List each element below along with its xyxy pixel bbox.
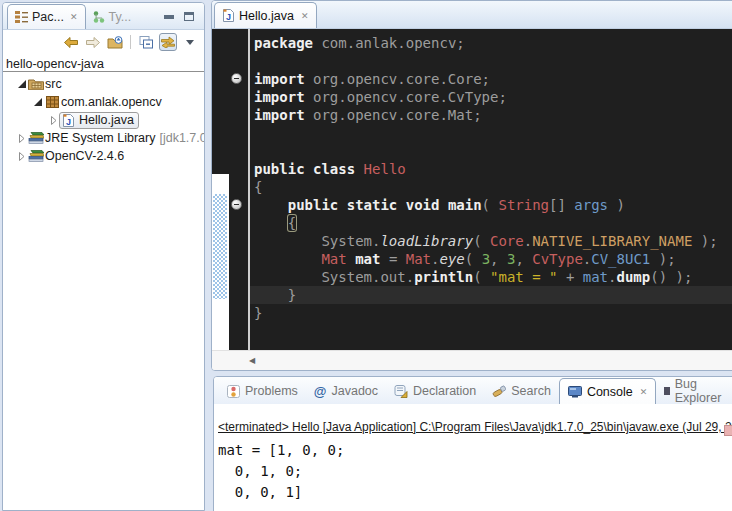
tab-label: Hello.java bbox=[239, 9, 294, 23]
toolbar-separator bbox=[130, 35, 131, 49]
package-explorer-icon bbox=[15, 11, 28, 23]
project-label: hello-opencv-java bbox=[6, 57, 104, 71]
terminate-icon[interactable] bbox=[724, 425, 732, 436]
console-view-panel: Problems @ Javadoc Declaration bbox=[213, 376, 732, 511]
fold-collapse-icon[interactable] bbox=[231, 199, 242, 210]
code-line[interactable]: System.out.println( "mat = " + mat.dump(… bbox=[254, 268, 732, 286]
tab-problems[interactable]: Problems bbox=[219, 378, 306, 404]
close-icon[interactable]: ✕ bbox=[70, 12, 78, 22]
expanded-arrow-icon[interactable] bbox=[17, 80, 27, 88]
package-explorer-panel: Pac... ✕ Ty... bbox=[2, 2, 205, 511]
expanded-arrow-icon[interactable] bbox=[33, 98, 43, 106]
console-line[interactable]: 0, 1, 0; bbox=[218, 461, 732, 482]
annotation-ruler bbox=[212, 29, 229, 350]
code-line[interactable] bbox=[254, 52, 732, 70]
code-line[interactable]: package com.anlak.opencv; bbox=[254, 34, 732, 52]
tree-item-label: Hello.java bbox=[79, 113, 134, 127]
type-hierarchy-icon bbox=[93, 11, 105, 23]
close-icon[interactable]: ✕ bbox=[301, 11, 309, 21]
declaration-icon bbox=[394, 385, 408, 398]
tab-javadoc[interactable]: @ Javadoc bbox=[306, 378, 386, 404]
minimize-icon[interactable] bbox=[164, 15, 174, 19]
tree-item-label: com.anlak.opencv bbox=[61, 95, 162, 109]
tree-item-label: JRE System Library bbox=[45, 131, 155, 145]
tab-label: Bug Explorer bbox=[675, 377, 724, 405]
horizontal-scrollbar[interactable]: ◀ bbox=[212, 350, 732, 370]
fold-column bbox=[229, 29, 248, 350]
tab-declaration[interactable]: Declaration bbox=[386, 378, 484, 404]
collapsed-arrow-icon[interactable] bbox=[17, 152, 27, 161]
tab-label: Ty... bbox=[109, 10, 132, 24]
tab-bug-explorer[interactable]: Bug Explorer bbox=[656, 378, 732, 404]
bottom-tabrow: Problems @ Javadoc Declaration bbox=[214, 377, 732, 404]
tree-item-src[interactable]: src bbox=[3, 75, 204, 93]
editor-content: package com.anlak.opencv;import org.open… bbox=[212, 29, 732, 350]
back-icon[interactable] bbox=[62, 33, 80, 51]
java-file-icon: J bbox=[223, 9, 234, 22]
package-folder-icon bbox=[27, 78, 45, 90]
code-line[interactable]: } bbox=[250, 286, 732, 304]
svg-text:J: J bbox=[226, 12, 231, 22]
code-line[interactable]: } bbox=[254, 304, 732, 322]
tab-package-explorer[interactable]: Pac... ✕ bbox=[7, 4, 86, 29]
close-icon[interactable]: ✕ bbox=[640, 387, 648, 397]
code-line[interactable]: Mat mat = Mat.eye( 3, 3, CvType.CV_8UC1 … bbox=[254, 250, 732, 268]
tab-type-hierarchy[interactable]: Ty... bbox=[86, 4, 139, 29]
code-line[interactable]: { bbox=[254, 178, 732, 196]
search-icon bbox=[492, 385, 506, 398]
collapsed-arrow-icon[interactable] bbox=[49, 116, 59, 125]
bug-icon bbox=[664, 387, 669, 395]
console-body: <terminated> Hello [Java Application] C:… bbox=[214, 404, 732, 503]
selected-item-highlight: J Hello.java bbox=[59, 112, 139, 129]
scroll-left-icon[interactable]: ◀ bbox=[249, 356, 255, 365]
package-explorer-toolbar bbox=[3, 30, 204, 54]
problems-icon bbox=[227, 385, 240, 398]
tree-item-project[interactable]: hello-opencv-java bbox=[3, 56, 204, 72]
range-indicator bbox=[213, 194, 227, 299]
tree-item-hello-java[interactable]: J Hello.java bbox=[3, 111, 204, 129]
code-line[interactable] bbox=[254, 142, 732, 160]
fold-collapse-icon[interactable] bbox=[231, 73, 242, 84]
tab-label: Pac... bbox=[32, 10, 64, 24]
view-menu-icon[interactable] bbox=[181, 33, 199, 51]
forward-icon[interactable] bbox=[84, 33, 102, 51]
package-icon bbox=[43, 96, 61, 108]
code-line[interactable]: import org.opencv.core.CvType; bbox=[254, 88, 732, 106]
tab-label: Console bbox=[587, 385, 633, 399]
tab-label: Declaration bbox=[413, 384, 476, 398]
svg-text:J: J bbox=[66, 116, 71, 126]
console-line[interactable]: 0, 0, 1] bbox=[218, 482, 732, 503]
tab-hello-java[interactable]: J Hello.java ✕ bbox=[214, 2, 317, 28]
tab-label: Javadoc bbox=[331, 384, 378, 398]
code-line[interactable]: import org.opencv.core.Mat; bbox=[254, 106, 732, 124]
code-line[interactable] bbox=[254, 124, 732, 142]
tab-console[interactable]: Console ✕ bbox=[559, 378, 656, 404]
editor-tabrow: J Hello.java ✕ bbox=[212, 1, 732, 29]
collapsed-arrow-icon[interactable] bbox=[17, 134, 27, 143]
link-with-editor-icon[interactable] bbox=[159, 33, 177, 51]
code-line[interactable]: { bbox=[254, 214, 732, 232]
tree-item-label: OpenCV-2.4.6 bbox=[45, 149, 124, 163]
code-line[interactable]: import org.opencv.core.Core; bbox=[254, 70, 732, 88]
code-line[interactable]: public static void main( String[] args ) bbox=[254, 196, 732, 214]
javadoc-icon: @ bbox=[314, 384, 327, 399]
code-line[interactable]: public class Hello bbox=[254, 160, 732, 178]
console-output[interactable]: mat = [1, 0, 0; 0, 1, 0; 0, 0, 1] bbox=[218, 440, 732, 503]
console-process-label: <terminated> Hello [Java Application] C:… bbox=[218, 420, 732, 434]
library-icon bbox=[27, 150, 45, 162]
code-lines[interactable]: package com.anlak.opencv;import org.open… bbox=[250, 29, 732, 350]
tree-item-label: src bbox=[45, 77, 62, 91]
console-line[interactable]: mat = [1, 0, 0; bbox=[218, 440, 732, 461]
editor-panel: J Hello.java ✕ package com.anlak.opencv;… bbox=[211, 0, 732, 371]
collapse-all-icon[interactable] bbox=[137, 33, 155, 51]
tree-item-opencv-library[interactable]: OpenCV-2.4.6 bbox=[3, 147, 204, 165]
folder-up-icon[interactable] bbox=[106, 33, 124, 51]
tree-item-jre-library[interactable]: JRE System Library [jdk1.7.0 bbox=[3, 129, 204, 147]
code-line[interactable]: System.loadLibrary( Core.NATIVE_LIBRARY_… bbox=[254, 232, 732, 250]
tab-search[interactable]: Search bbox=[484, 378, 559, 404]
tree-item-decoration: [jdk1.7.0 bbox=[159, 131, 204, 145]
tab-label: Problems bbox=[245, 384, 298, 398]
maximize-icon[interactable] bbox=[184, 12, 194, 21]
left-tabrow: Pac... ✕ Ty... bbox=[3, 3, 204, 30]
tree-item-package[interactable]: com.anlak.opencv bbox=[3, 93, 204, 111]
